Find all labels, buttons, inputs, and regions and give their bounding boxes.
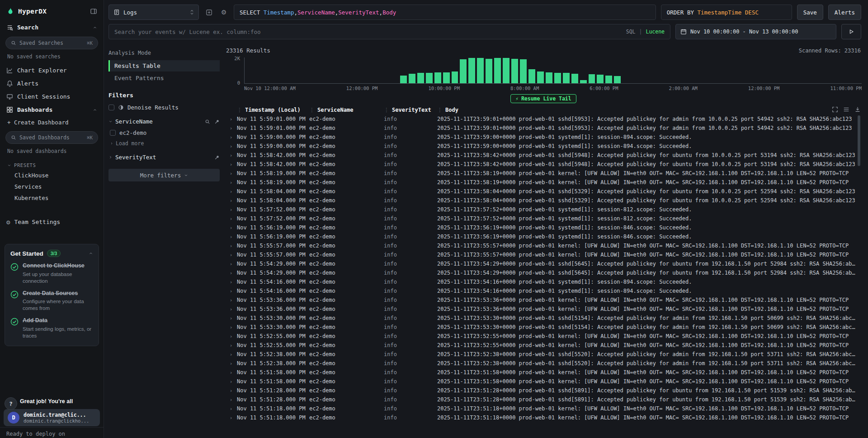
sidebar-item-search[interactable]: Search bbox=[0, 21, 104, 34]
row-expand-chevron[interactable]: › bbox=[225, 125, 237, 131]
log-row[interactable]: ›Nov 11 5:51:18.000 PMec2-demoinfo2025-1… bbox=[225, 404, 855, 413]
log-row[interactable]: ›Nov 11 5:57:52.000 PMec2-demoinfo2025-1… bbox=[225, 205, 855, 214]
column-resize-handle[interactable]: ⋮ bbox=[437, 107, 443, 113]
get-started-item[interactable]: Add Data Start sending logs, metrics, or… bbox=[10, 317, 93, 339]
mode-lucene-button[interactable]: Lucene bbox=[646, 29, 665, 35]
sidebar-item-team-settings[interactable]: ⚙ Team Settings bbox=[0, 215, 104, 229]
pin-icon[interactable] bbox=[214, 155, 220, 160]
table-scrollbar[interactable] bbox=[857, 114, 861, 437]
log-row[interactable]: ›Nov 11 5:59:01.000 PMec2-demoinfo2025-1… bbox=[225, 114, 855, 124]
column-header-servicename[interactable]: ⋮ ServiceName bbox=[309, 107, 384, 113]
log-row[interactable]: ›Nov 11 5:59:01.000 PMec2-demoinfo2025-1… bbox=[225, 124, 855, 133]
row-expand-chevron[interactable]: › bbox=[225, 270, 237, 276]
row-expand-chevron[interactable]: › bbox=[225, 406, 237, 412]
row-expand-chevron[interactable]: › bbox=[225, 225, 237, 231]
alerts-button[interactable]: Alerts bbox=[828, 5, 861, 20]
log-row[interactable]: ›Nov 11 5:53:36.000 PMec2-demoinfo2025-1… bbox=[225, 305, 855, 314]
row-expand-chevron[interactable]: › bbox=[225, 171, 237, 176]
add-source-button[interactable] bbox=[204, 5, 214, 20]
row-expand-chevron[interactable]: › bbox=[225, 297, 237, 303]
log-row[interactable]: ›Nov 11 5:55:57.000 PMec2-demoinfo2025-1… bbox=[225, 241, 855, 250]
row-expand-chevron[interactable]: › bbox=[225, 134, 237, 140]
row-expand-chevron[interactable]: › bbox=[225, 279, 237, 285]
resume-live-tail-button[interactable]: ⚡ Resume Live Tail bbox=[510, 94, 576, 103]
row-expand-chevron[interactable]: › bbox=[225, 288, 237, 294]
mode-event-patterns[interactable]: Event Patterns bbox=[108, 72, 220, 84]
column-header-severitytext[interactable]: ⋮ SeverityText bbox=[384, 107, 437, 113]
sidebar-item-chart-explorer[interactable]: Chart Explorer bbox=[0, 64, 104, 77]
row-density-icon[interactable] bbox=[843, 106, 849, 113]
chevron-up-icon[interactable] bbox=[89, 251, 93, 256]
user-menu[interactable]: D dominic.tran@clic... dominic.tran@clic… bbox=[4, 409, 100, 426]
log-row[interactable]: ›Nov 11 5:59:00.000 PMec2-demoinfo2025-1… bbox=[225, 142, 855, 151]
more-filters-button[interactable]: More filters bbox=[108, 169, 220, 181]
help-button[interactable]: ? bbox=[5, 397, 17, 410]
log-row[interactable]: ›Nov 11 5:53:30.000 PMec2-demoinfo2025-1… bbox=[225, 323, 855, 332]
log-row[interactable]: ›Nov 11 5:59:00.000 PMec2-demoinfo2025-1… bbox=[225, 133, 855, 142]
row-expand-chevron[interactable]: › bbox=[225, 234, 237, 240]
denoise-checkbox[interactable] bbox=[108, 105, 114, 110]
log-row[interactable]: ›Nov 11 5:54:29.000 PMec2-demoinfo2025-1… bbox=[225, 259, 855, 268]
source-settings-button[interactable]: ⚙ bbox=[219, 5, 229, 20]
row-expand-chevron[interactable]: › bbox=[225, 388, 237, 394]
event-search-input[interactable] bbox=[114, 29, 623, 35]
log-row[interactable]: ›Nov 11 5:58:19.000 PMec2-demoinfo2025-1… bbox=[225, 169, 855, 178]
row-expand-chevron[interactable]: › bbox=[225, 415, 237, 421]
log-row[interactable]: ›Nov 11 5:52:38.000 PMec2-demoinfo2025-1… bbox=[225, 350, 855, 359]
row-expand-chevron[interactable]: › bbox=[225, 324, 237, 330]
row-expand-chevron[interactable]: › bbox=[225, 189, 237, 195]
row-expand-chevron[interactable]: › bbox=[225, 162, 237, 167]
orderby-input[interactable]: ORDER BY TimestampTime DESC bbox=[661, 5, 792, 20]
log-row[interactable]: ›Nov 11 5:58:04.000 PMec2-demoinfo2025-1… bbox=[225, 196, 855, 205]
row-expand-chevron[interactable]: › bbox=[225, 352, 237, 357]
row-expand-chevron[interactable]: › bbox=[225, 216, 237, 222]
row-expand-chevron[interactable]: › bbox=[225, 261, 237, 267]
log-row[interactable]: ›Nov 11 5:53:30.000 PMec2-demoinfo2025-1… bbox=[225, 314, 855, 323]
row-expand-chevron[interactable]: › bbox=[225, 207, 237, 213]
log-row[interactable]: ›Nov 11 5:52:55.000 PMec2-demoinfo2025-1… bbox=[225, 332, 855, 341]
saved-dashboards-input[interactable]: Saved Dashboards ⌘K bbox=[5, 131, 98, 144]
sidebar-item-alerts[interactable]: Alerts bbox=[0, 77, 104, 90]
log-row[interactable]: ›Nov 11 5:51:58.000 PMec2-demoinfo2025-1… bbox=[225, 377, 855, 386]
filter-group-servicename[interactable]: ServiceName bbox=[108, 118, 220, 125]
preset-item-clickhouse[interactable]: ClickHouse bbox=[0, 170, 104, 181]
sql-query-input[interactable]: SELECT Timestamp,ServiceName,SeverityTex… bbox=[234, 5, 656, 20]
row-expand-chevron[interactable]: › bbox=[225, 252, 237, 258]
log-row[interactable]: ›Nov 11 5:54:16.000 PMec2-demoinfo2025-1… bbox=[225, 286, 855, 295]
preset-item-kubernetes[interactable]: Kubernetes bbox=[0, 192, 104, 204]
log-row[interactable]: ›Nov 11 5:53:36.000 PMec2-demoinfo2025-1… bbox=[225, 295, 855, 305]
column-header-timestamp[interactable]: ⋮ Timestamp (Local) bbox=[237, 107, 309, 113]
filter-search-icon[interactable] bbox=[205, 119, 210, 124]
run-query-button[interactable] bbox=[841, 24, 861, 39]
column-resize-handle[interactable]: ⋮ bbox=[237, 107, 242, 113]
sidebar-item-client-sessions[interactable]: Client Sessions bbox=[0, 90, 104, 103]
log-row[interactable]: ›Nov 11 5:52:55.000 PMec2-demoinfo2025-1… bbox=[225, 341, 855, 350]
row-expand-chevron[interactable]: › bbox=[225, 397, 237, 403]
log-row[interactable]: ›Nov 11 5:54:16.000 PMec2-demoinfo2025-1… bbox=[225, 277, 855, 286]
log-row[interactable]: ›Nov 11 5:51:18.000 PMec2-demoinfo2025-1… bbox=[225, 413, 855, 422]
download-icon[interactable] bbox=[854, 106, 861, 113]
row-expand-chevron[interactable]: › bbox=[225, 143, 237, 149]
row-expand-chevron[interactable]: › bbox=[225, 116, 237, 122]
pin-icon[interactable] bbox=[214, 119, 220, 124]
column-resize-handle[interactable]: ⋮ bbox=[309, 107, 315, 113]
row-expand-chevron[interactable]: › bbox=[225, 198, 237, 204]
column-resize-handle[interactable]: ⋮ bbox=[384, 107, 389, 113]
presets-toggle[interactable]: PRESETS bbox=[0, 158, 104, 170]
sidebar-item-dashboards[interactable]: Dashboards bbox=[0, 103, 104, 116]
log-row[interactable]: ›Nov 11 5:52:38.000 PMec2-demoinfo2025-1… bbox=[225, 359, 855, 368]
log-row[interactable]: ›Nov 11 5:51:28.000 PMec2-demoinfo2025-1… bbox=[225, 386, 855, 395]
saved-searches-input[interactable]: Saved Searches ⌘K bbox=[5, 37, 98, 49]
filter-value-checkbox[interactable] bbox=[110, 130, 116, 136]
log-row[interactable]: ›Nov 11 5:58:19.000 PMec2-demoinfo2025-1… bbox=[225, 178, 855, 187]
column-header-body[interactable]: ⋮ Body bbox=[437, 107, 862, 113]
log-row[interactable]: ›Nov 11 5:55:57.000 PMec2-demoinfo2025-1… bbox=[225, 250, 855, 259]
get-started-item[interactable]: Connect to ClickHouse Set up your databa… bbox=[10, 262, 93, 285]
log-row[interactable]: ›Nov 11 5:56:19.000 PMec2-demoinfo2025-1… bbox=[225, 232, 855, 241]
chart-plot[interactable] bbox=[244, 57, 862, 84]
row-expand-chevron[interactable]: › bbox=[225, 379, 237, 385]
mode-sql-button[interactable]: SQL bbox=[626, 29, 636, 35]
source-select[interactable]: Logs bbox=[108, 5, 199, 20]
create-dashboard-button[interactable]: + Create Dashboard bbox=[0, 116, 104, 129]
row-expand-chevron[interactable]: › bbox=[225, 306, 237, 312]
